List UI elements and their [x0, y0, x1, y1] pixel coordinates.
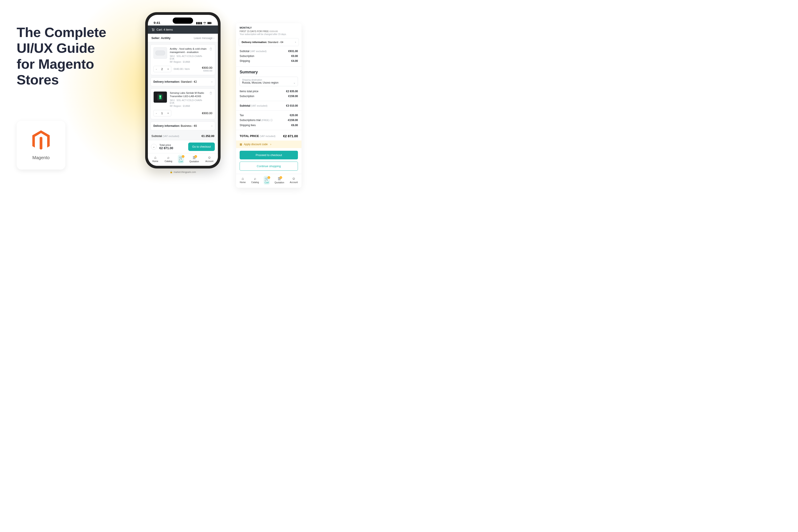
continue-shopping-button[interactable]: Continue shopping	[240, 162, 298, 171]
tab-account[interactable]: ☺ Account	[204, 155, 214, 164]
tab-catalog[interactable]: ⌕ Catalog	[164, 155, 173, 164]
trial-label: FIRST 15 DAYS FOR FREE	[240, 30, 269, 33]
info-icon[interactable]: ⓘ	[270, 119, 273, 121]
product-title: Sensing Labs Senlab M Radio Transmitter …	[170, 91, 207, 98]
chevron-right-icon: ›	[270, 143, 271, 146]
delivery-info-row[interactable]: Delivery information: Business - €6 ›	[151, 121, 215, 130]
old-price: €880.00	[202, 69, 212, 72]
tab-home[interactable]: ⌂ Home	[151, 155, 159, 164]
qty-value: 1	[159, 110, 165, 116]
delivery-info-row[interactable]: Delivery information: Standard - €2 ›	[151, 77, 215, 86]
qty-plus-button[interactable]: +	[165, 110, 171, 116]
cart-icon: 🛒1	[179, 156, 183, 160]
search-icon: ⌕	[254, 177, 256, 180]
cart-item: Actility - food safety & cold chain mana…	[151, 44, 215, 75]
status-time: 9:41	[154, 21, 160, 25]
svg-point-3	[152, 31, 153, 31]
proceed-to-checkout-button[interactable]: Proceed to checkout	[240, 151, 298, 159]
svg-rect-2	[211, 23, 212, 23]
cart-badge: 1	[182, 155, 185, 158]
cart-header-text: Cart: 4 items	[156, 28, 173, 31]
cart-icon	[151, 28, 155, 31]
summary-tabbar: ⌂ Home ⌕ Catalog 🛒1 Cart ☰4 Quotation ☺ …	[236, 174, 302, 185]
battery-icon	[207, 22, 212, 24]
phone-tabbar: ⌂ Home ⌕ Catalog 🛒1 Cart ☰4 Quotation ☺	[148, 153, 218, 166]
qty-minus-button[interactable]: -	[154, 110, 159, 116]
svg-rect-5	[156, 51, 165, 55]
qty-value: 2	[159, 66, 165, 72]
headline-block: The Complete UI/UX Guide for Magento Sto…	[17, 24, 106, 88]
total-amount: €2 871.00	[159, 146, 186, 150]
phone-mockup: 9:41 ▮▮▮▮ Cart: 4 items Seller: Actility…	[145, 12, 221, 169]
tab-quotation[interactable]: ☰4 Quotation	[274, 176, 285, 185]
go-to-checkout-button[interactable]: Go to checkout	[188, 142, 215, 151]
apply-discount-row[interactable]: ▦ Apply discount code ›	[236, 140, 302, 148]
ticket-icon: ▦	[240, 143, 242, 146]
headline-line1: The Complete	[17, 24, 106, 40]
svg-point-9	[160, 96, 161, 97]
summary-panel: MONTHLY FIRST 15 DAYS FOR FREE €159.00 Y…	[236, 23, 302, 188]
cart-item: Sensing Labs Senlab M Radio Transmitter …	[151, 89, 215, 119]
signal-icon: ▮▮▮▮	[196, 21, 202, 25]
home-icon: ⌂	[154, 156, 156, 159]
seller-row: Seller: Actility Leave message ›	[148, 34, 218, 42]
trial-strike: €159.00	[269, 30, 278, 33]
tab-home[interactable]: ⌂ Home	[239, 176, 247, 185]
browser-url: 🔒 market.thingpark.com	[170, 170, 196, 173]
quantity-stepper[interactable]: - 1 +	[153, 110, 171, 116]
billing-period: MONTHLY	[240, 26, 298, 29]
dynamic-island	[173, 18, 193, 24]
chevron-right-icon: ›	[213, 37, 214, 40]
tab-cart[interactable]: 🛒1 Cart	[264, 176, 270, 185]
delete-item-button[interactable]	[209, 91, 212, 107]
line-price: €800.00	[202, 112, 212, 115]
magento-logo-label: Magento	[32, 155, 50, 160]
summary-delivery-row[interactable]: Delivery information: Standard - €4 ›	[239, 38, 299, 46]
chevron-down-icon: ⌄	[293, 81, 296, 84]
summary-total-row: TOTAL PRICE (VAT included) €2 871.00	[236, 132, 302, 140]
home-icon: ⌂	[242, 177, 244, 180]
seller-name: Actility	[161, 36, 170, 40]
total-label: Total price	[159, 144, 186, 146]
user-icon: ☺	[292, 177, 296, 180]
quantity-stepper[interactable]: - 2 +	[153, 66, 171, 72]
tab-quotation[interactable]: ☰4 Quotation	[188, 155, 200, 164]
leave-message-link[interactable]: Leave message ›	[194, 37, 214, 40]
qty-minus-button[interactable]: -	[154, 66, 159, 72]
tab-catalog[interactable]: ⌕ Catalog	[250, 176, 260, 185]
tab-account[interactable]: ☺ Account	[289, 176, 299, 185]
expand-total-button[interactable]: ⌄	[151, 144, 157, 150]
cart-icon: 🛒1	[264, 177, 269, 181]
headline-line3: for Magento	[17, 56, 106, 72]
magento-logo-icon	[31, 130, 51, 152]
chevron-right-icon: ›	[211, 125, 212, 128]
subscription-note: Your subscription will be changed after …	[240, 33, 298, 36]
svg-rect-1	[208, 22, 211, 23]
search-icon: ⌕	[167, 156, 170, 159]
shipping-destination-select[interactable]: Shipping destination Russia, Moscow, Uso…	[240, 77, 298, 86]
summary-title: Summary	[240, 70, 298, 75]
lock-icon: 🔒	[170, 170, 173, 173]
document-icon: ☰4	[193, 156, 196, 160]
chevron-right-icon: ›	[211, 80, 212, 83]
user-icon: ☺	[208, 156, 211, 159]
seller-label: Seller:	[151, 36, 160, 40]
quotation-badge: 4	[194, 155, 197, 158]
wifi-icon	[203, 22, 206, 24]
chevron-right-icon: ›	[295, 41, 296, 44]
headline-line4: Stores	[17, 72, 106, 88]
tab-cart[interactable]: 🛒1 Cart	[178, 155, 184, 164]
line-price: €800.00	[202, 66, 212, 69]
per-item-price: €440.00 / item	[174, 68, 190, 70]
magento-logo-tile: Magento	[17, 121, 65, 170]
document-icon: ☰4	[278, 177, 281, 181]
svg-point-4	[154, 31, 154, 31]
headline-line2: UI/UX Guide	[17, 40, 106, 56]
product-image	[153, 91, 167, 103]
product-title: Actility - food safety & cold chain mana…	[170, 47, 207, 54]
qty-plus-button[interactable]: +	[165, 66, 171, 72]
product-image	[153, 47, 167, 59]
cart-header-bar: Cart: 4 items	[148, 25, 218, 34]
delete-item-button[interactable]	[209, 47, 212, 63]
svg-rect-10	[160, 97, 160, 98]
